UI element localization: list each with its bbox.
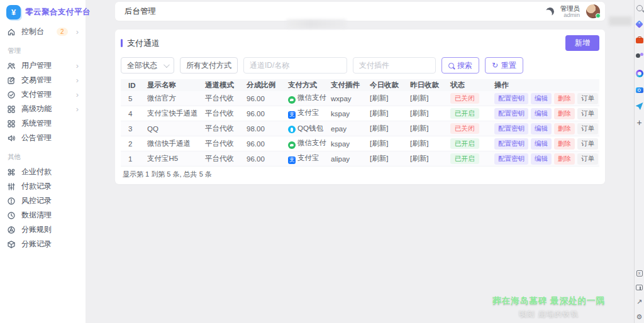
method-label: 支付宝 xyxy=(297,109,319,116)
orders-button[interactable]: 订单 xyxy=(577,108,598,119)
status-badge: 已开启 xyxy=(450,108,479,119)
dark-mode-toggle-icon[interactable] xyxy=(545,6,555,16)
user-role: admin xyxy=(560,12,580,18)
status-badge: 已开启 xyxy=(450,138,479,149)
orders-button[interactable]: 订单 xyxy=(577,93,598,104)
sidebar-item-transactions[interactable]: 交易管理 › xyxy=(0,73,86,87)
orders-button[interactable]: 订单 xyxy=(577,123,598,134)
col-mode: 通道模式 xyxy=(201,79,243,91)
plugin-input[interactable] xyxy=(353,57,436,74)
orders-button[interactable]: 订单 xyxy=(577,138,598,150)
delete-button[interactable]: 删除 xyxy=(554,108,575,119)
clock-icon xyxy=(7,211,16,220)
refresh-yesterday-link[interactable]: [刷新] xyxy=(410,140,428,147)
sidebar-item-payments[interactable]: 支付管理 › xyxy=(0,87,86,102)
method-select[interactable]: 所有支付方式 xyxy=(180,57,238,74)
col-ops: 操作 xyxy=(491,79,599,91)
pagination-summary: 显示第 1 到第 5 条, 总共 5 条 xyxy=(121,167,599,183)
sidebar-item-split-rules[interactable]: 分账规则 xyxy=(0,222,86,237)
add-sidebar-item-icon[interactable]: + xyxy=(636,119,643,127)
sidebar-item-system[interactable]: 系统管理 xyxy=(0,116,86,131)
col-today: 今日收款 xyxy=(366,79,406,91)
sidebar-item-payment-records[interactable]: 付款记录 xyxy=(0,179,86,194)
sidebar-item-advanced[interactable]: 高级功能 › xyxy=(0,102,86,116)
refresh-yesterday-link[interactable]: [刷新] xyxy=(410,124,428,132)
edit-button[interactable]: 编辑 xyxy=(531,108,552,119)
sidebar-item-users[interactable]: 用户管理 › xyxy=(0,58,86,73)
table-row: 2 微信快手通道 平台代收 96.00 微信支付 kspay [刷新] [刷新]… xyxy=(121,136,599,151)
camera-icon[interactable] xyxy=(636,87,643,93)
sidebar-item-split-records[interactable]: 分账记录 xyxy=(0,237,86,251)
people-icon[interactable] xyxy=(636,53,643,60)
refresh-today-link[interactable]: [刷新] xyxy=(370,124,388,132)
brand[interactable]: ¥ 零云聚合支付平台 xyxy=(0,0,86,23)
method-label: 微信支付 xyxy=(297,94,326,101)
delete-button[interactable]: 删除 xyxy=(554,138,575,150)
add-button[interactable]: 新增 xyxy=(565,35,599,51)
sidebar-item-data-cleanup[interactable]: 数据清理 xyxy=(0,208,86,222)
orders-button[interactable]: 订单 xyxy=(577,153,598,165)
edit-button[interactable]: 编辑 xyxy=(531,138,552,150)
channel-id-input[interactable] xyxy=(243,57,347,74)
cell-ops: 配置密钥编辑删除订单测试 xyxy=(491,91,599,106)
settings-gear-icon[interactable]: ⚙ xyxy=(636,314,643,320)
refresh-yesterday-link[interactable]: [刷新] xyxy=(410,109,428,117)
edit-button[interactable]: 编辑 xyxy=(531,153,552,165)
col-yesterday: 昨日收款 xyxy=(406,79,447,91)
tag-icon[interactable] xyxy=(635,20,643,28)
blurred-watermark xyxy=(286,19,347,28)
cell-id: 1 xyxy=(121,151,143,167)
section-label-other: 其他 xyxy=(0,145,86,165)
cell-name: 微信快手通道 xyxy=(143,136,201,151)
users-icon xyxy=(7,62,16,70)
cell-mode: 平台代收 xyxy=(201,106,243,121)
header-right: 管理员 admin xyxy=(546,4,601,18)
sidebar-item-console[interactable]: 控制台 2 › xyxy=(0,25,86,39)
user-name: 管理员 xyxy=(560,5,580,12)
configure-key-button[interactable]: 配置密钥 xyxy=(494,138,528,150)
configure-key-button[interactable]: 配置密钥 xyxy=(494,93,528,104)
alipay-icon: 支 xyxy=(288,156,296,164)
configure-key-button[interactable]: 配置密钥 xyxy=(494,153,528,165)
refresh-yesterday-link[interactable]: [刷新] xyxy=(410,94,428,102)
refresh-today-link[interactable]: [刷新] xyxy=(370,140,388,147)
status-select[interactable]: 全部状态 xyxy=(121,57,174,74)
refresh-today-link[interactable]: [刷新] xyxy=(370,155,388,162)
toolbox-icon[interactable] xyxy=(636,38,643,43)
sidebar-item-enterprise-payment[interactable]: 企业付款 xyxy=(0,165,86,179)
search-icon[interactable] xyxy=(636,5,643,11)
telegram-icon[interactable] xyxy=(636,102,643,110)
side-panel-icon[interactable] xyxy=(636,285,643,290)
delete-button[interactable]: 删除 xyxy=(554,93,575,104)
col-id: ID xyxy=(121,79,143,91)
delete-button[interactable]: 删除 xyxy=(554,123,575,134)
chevron-right-icon: › xyxy=(76,90,79,99)
refresh-today-link[interactable]: [刷新] xyxy=(370,109,388,117)
sidebar-item-announcements[interactable]: 公告管理 xyxy=(0,131,86,145)
refresh-yesterday-link[interactable]: [刷新] xyxy=(410,155,428,162)
delete-button[interactable]: 删除 xyxy=(554,153,575,165)
grid-icon xyxy=(7,105,16,114)
cell-plugin: epay xyxy=(327,121,366,136)
wheel-icon xyxy=(7,226,16,234)
sidebar-item-risk-records[interactable]: 风控记录 xyxy=(0,194,86,208)
chevron-right-icon: › xyxy=(76,76,79,84)
table-row: 4 支付宝快手通道 平台代收 96.00 支支付宝 kspay [刷新] [刷新… xyxy=(121,106,599,121)
reset-button[interactable]: ↻ 重置 xyxy=(485,57,523,74)
configure-key-button[interactable]: 配置密钥 xyxy=(494,123,528,134)
cell-today: [刷新] xyxy=(366,136,406,151)
qq-wallet-icon xyxy=(288,126,296,133)
copilot-ring-icon[interactable] xyxy=(636,70,643,77)
search-button[interactable]: 搜索 xyxy=(441,57,479,74)
export-icon[interactable]: x xyxy=(636,270,643,276)
search-button-label: 搜索 xyxy=(457,60,472,71)
method-label: 微信支付 xyxy=(297,139,326,146)
avatar[interactable] xyxy=(586,4,600,18)
cell-mode: 平台代收 xyxy=(201,151,243,167)
edit-button[interactable]: 编辑 xyxy=(531,123,552,134)
configure-key-button[interactable]: 配置密钥 xyxy=(494,108,528,119)
open-external-icon[interactable]: ↗ xyxy=(636,298,642,305)
refresh-today-link[interactable]: [刷新] xyxy=(370,94,388,102)
edit-button[interactable]: 编辑 xyxy=(531,93,552,104)
search-icon xyxy=(448,63,454,68)
